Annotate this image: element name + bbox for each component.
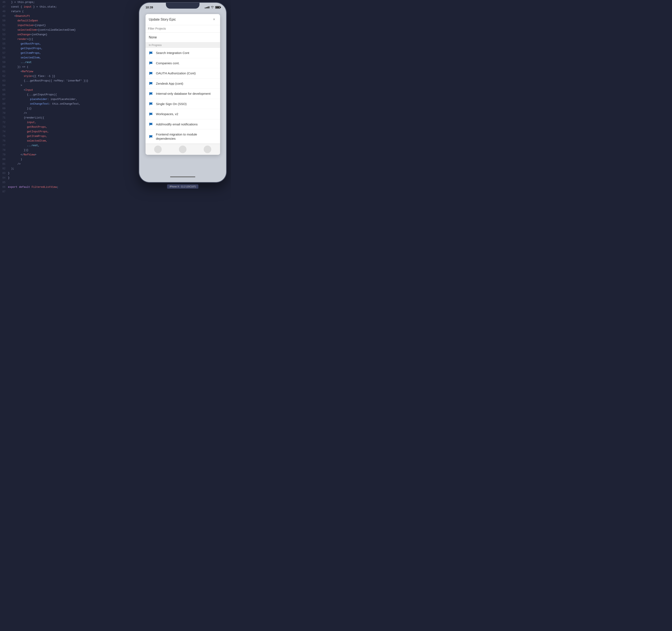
signal-icon — [205, 6, 209, 8]
phone-mockup: 10:39 — [139, 2, 227, 183]
code-line: 68 onChangeText: this.onChangeText, — [0, 102, 130, 106]
line-content: {...getInputProps({ — [8, 92, 130, 97]
line-content: placeholder: inputPlaceholder, — [8, 97, 130, 102]
line-number: 83 — [0, 171, 8, 176]
line-number: 54 — [0, 37, 8, 42]
none-item[interactable]: None — [146, 32, 220, 42]
code-line: 69 })} — [0, 106, 130, 111]
tab-icon-2[interactable] — [179, 145, 187, 153]
phone-bottom — [139, 171, 226, 182]
home-indicator — [170, 177, 195, 177]
filter-input[interactable] — [148, 27, 218, 30]
list-item[interactable]: OAUTH Authorization (Cont) — [146, 68, 220, 78]
line-number: 71 — [0, 116, 8, 120]
phone-frame: 10:39 — [139, 2, 227, 183]
phone-notch — [166, 3, 199, 8]
flag-icon — [149, 92, 153, 95]
line-number: 84 — [0, 176, 8, 180]
line-number: 53 — [0, 32, 8, 37]
code-line: 53 onChange={onChange} — [0, 32, 130, 37]
wifi-icon — [211, 6, 214, 8]
line-content: ) — [8, 157, 130, 162]
code-line: 54 render={({ — [0, 37, 130, 42]
list-item[interactable]: Companies cont. — [146, 58, 220, 69]
tab-icon-1[interactable] — [154, 145, 162, 153]
line-number: 65 — [0, 88, 8, 92]
list-item[interactable]: Search Integration Cont — [146, 48, 220, 58]
battery-icon — [215, 6, 220, 8]
phone-screen: Update Story Epic × None In Progress — [139, 12, 226, 171]
line-content: <RefView — [8, 69, 130, 74]
line-content: getInputProps, — [8, 46, 130, 51]
line-content: ...rest, — [8, 143, 130, 148]
line-number: 49 — [0, 14, 8, 19]
list-item[interactable]: Internal-only database for development — [146, 89, 220, 99]
line-content: }) => ( — [8, 65, 130, 69]
line-content: onChange={onChange} — [8, 32, 130, 37]
code-line: 49 <Downshift — [0, 14, 130, 19]
code-line: 65 <Input — [0, 88, 130, 92]
line-content: export default FilteredListView; — [8, 185, 130, 189]
code-line: 83} — [0, 171, 130, 176]
line-number: 62 — [0, 74, 8, 78]
line-number: 81 — [0, 162, 8, 166]
line-number: 72 — [0, 120, 8, 125]
code-line: 81 /> — [0, 162, 130, 166]
flag-icon — [149, 72, 153, 75]
code-line: 78 })} — [0, 148, 130, 153]
line-content: selectedItem, — [8, 55, 130, 60]
line-content: } = this.props; — [8, 0, 130, 5]
code-line: 48 return ( — [0, 9, 130, 14]
modal-header: Update Story Epic × — [146, 14, 220, 25]
code-line: 87 — [0, 189, 130, 194]
line-number: 74 — [0, 130, 8, 134]
line-content: getItemProps, — [8, 134, 130, 139]
line-content: return ( — [8, 9, 130, 14]
flag-icon — [149, 51, 153, 55]
line-content: onChangeText: this.onChangeText, — [8, 102, 130, 106]
tab-icon-3[interactable] — [204, 145, 211, 153]
modal-title: Update Story Epic — [149, 18, 176, 21]
line-number: 79 — [0, 153, 8, 157]
list-item[interactable]: Add/modify email notifications — [146, 119, 220, 130]
line-number: 76 — [0, 139, 8, 143]
code-line: 64 > — [0, 83, 130, 88]
line-content: ); — [8, 166, 130, 171]
modal-close-button[interactable]: × — [212, 17, 217, 22]
code-line: 82 ); — [0, 166, 130, 171]
code-line: 71 {renderList({ — [0, 116, 130, 120]
code-line: 70 /> — [0, 111, 130, 116]
line-number: 50 — [0, 19, 8, 23]
list-item[interactable]: Workspaces, v2 — [146, 109, 220, 119]
line-content: const { input } = this.state; — [8, 5, 130, 9]
svg-rect-1 — [149, 62, 150, 65]
line-content: <Input — [8, 88, 130, 92]
line-number: 58 — [0, 55, 8, 60]
code-line: 73 getRootProps, — [0, 125, 130, 130]
code-line: 72 input, — [0, 120, 130, 125]
line-number: 48 — [0, 9, 8, 14]
svg-rect-0 — [149, 51, 150, 54]
list-item[interactable]: Single Sign On (SSO) — [146, 99, 220, 109]
flag-icon — [149, 112, 153, 116]
code-line: 66 {...getInputProps({ — [0, 92, 130, 97]
line-content: } — [8, 176, 130, 180]
flag-icon — [149, 102, 153, 106]
line-number: 60 — [0, 65, 8, 69]
line-number: 86 — [0, 185, 8, 189]
flag-icon — [149, 135, 153, 138]
modal-list: Search Integration ContCompanies cont.OA… — [146, 48, 220, 144]
list-item[interactable]: Frontend migration to module dependencie… — [146, 130, 220, 144]
code-editor: 46 } = this.props;47 const { input } = t… — [0, 0, 130, 210]
list-item[interactable]: Zendesk App (cont) — [146, 78, 220, 89]
line-content: {renderList({ — [8, 116, 130, 120]
code-line: 75 getItemProps, — [0, 134, 130, 139]
line-content: /> — [8, 162, 130, 166]
item-label: Frontend migration to module dependencie… — [156, 132, 217, 141]
line-number: 52 — [0, 28, 8, 32]
code-line: 50 defaultIsOpen — [0, 19, 130, 23]
line-content: render={({ — [8, 37, 130, 42]
item-label: Workspaces, v2 — [156, 112, 178, 116]
svg-rect-2 — [149, 72, 150, 75]
line-number: 55 — [0, 42, 8, 46]
